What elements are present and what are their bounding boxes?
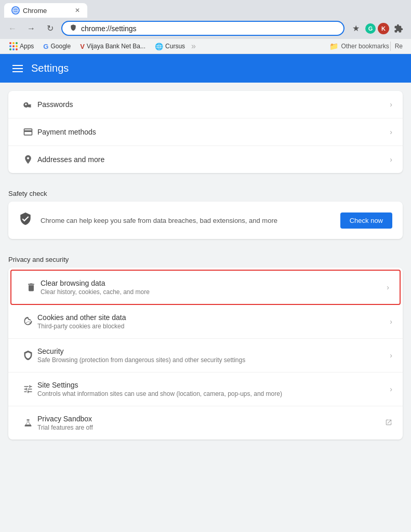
google-favicon: G [43, 43, 48, 50]
passwords-item[interactable]: Passwords › [8, 91, 403, 118]
cookies-item[interactable]: Cookies and other site data Third-party … [8, 305, 403, 339]
security-chevron-icon: › [390, 351, 392, 360]
security-title: Security [37, 347, 390, 355]
tab-bar: Chrome ✕ [0, 0, 411, 18]
hamburger-line-2 [12, 68, 23, 69]
cookies-title: Cookies and other site data [37, 313, 390, 322]
flask-icon [19, 418, 37, 428]
clear-browsing-data-text: Clear browsing data Clear history, cooki… [41, 279, 387, 296]
passwords-chevron-icon: › [390, 100, 392, 109]
other-bookmarks[interactable]: 📁 Other bookmarks [329, 42, 389, 50]
privacy-sandbox-external-icon [385, 419, 392, 428]
clear-browsing-data-highlight: Clear browsing data Clear history, cooki… [10, 270, 401, 305]
security-subtitle: Safe Browsing (protection from dangerous… [37, 356, 390, 364]
folder-icon: 📁 [329, 42, 338, 50]
sliders-icon [19, 384, 37, 394]
payment-methods-title: Payment methods [37, 128, 390, 136]
card-icon [19, 127, 37, 137]
page-content: Settings Passwords › Payment metho [0, 54, 411, 440]
clear-browsing-data-chevron-icon: › [387, 283, 389, 291]
bookmark-google[interactable]: G Google [39, 42, 75, 51]
reading-list[interactable]: Re [392, 42, 406, 51]
autofill-section-card: Passwords › Payment methods › [8, 91, 403, 173]
vijaya-favicon: V [80, 43, 85, 50]
clear-browsing-data-subtitle: Clear history, cookies, cache, and more [41, 288, 387, 296]
bookmark-vijaya[interactable]: V Vijaya Bank Net Ba... [76, 42, 150, 51]
security-shield-icon [19, 350, 37, 361]
safety-shield-icon [19, 212, 32, 229]
privacy-sandbox-text: Privacy Sandbox Trial features are off [37, 415, 385, 431]
address-bar-row: ← → ↻ chrome://settings ★ G K [0, 18, 411, 39]
bookmark-star-button[interactable]: ★ [349, 21, 363, 36]
globe-favicon: 🌐 [155, 43, 163, 50]
safety-check-card: Chrome can help keep you safe from data … [8, 202, 403, 239]
reload-button[interactable]: ↻ [43, 21, 57, 36]
hamburger-line-3 [12, 71, 23, 72]
key-icon [19, 99, 37, 110]
address-bar[interactable]: chrome://settings [61, 21, 344, 36]
tab-close-button[interactable]: ✕ [75, 7, 80, 14]
hamburger-line-1 [12, 65, 23, 66]
bookmark-cursus-label: Cursus [165, 43, 185, 50]
user-avatar-button[interactable]: K [378, 23, 389, 34]
hamburger-menu-button[interactable] [12, 65, 23, 72]
privacy-sandbox-item[interactable]: Privacy Sandbox Trial features are off [8, 406, 403, 440]
addresses-title: Addresses and more [37, 155, 390, 164]
privacy-sandbox-subtitle: Trial features are off [37, 424, 385, 431]
bookmark-google-label: Google [50, 43, 71, 50]
address-bar-security-icon [70, 24, 77, 33]
settings-page-title: Settings [31, 62, 69, 74]
tab-title: Chrome [23, 7, 47, 15]
clear-browsing-data-title: Clear browsing data [41, 279, 387, 287]
other-bookmarks-label: Other bookmarks [341, 43, 389, 50]
security-item[interactable]: Security Safe Browsing (protection from … [8, 339, 403, 373]
addresses-item[interactable]: Addresses and more › [8, 146, 403, 173]
addresses-chevron-icon: › [390, 155, 392, 164]
site-settings-item[interactable]: Site Settings Controls what information … [8, 373, 403, 406]
site-settings-text: Site Settings Controls what information … [37, 381, 390, 397]
security-text: Security Safe Browsing (protection from … [37, 347, 390, 364]
toolbar-icons: ★ G K [349, 21, 406, 36]
active-tab[interactable]: Chrome ✕ [4, 3, 87, 18]
cookies-subtitle: Third-party cookies are blocked [37, 323, 390, 330]
cookie-icon [19, 316, 37, 327]
payment-methods-item[interactable]: Payment methods › [8, 118, 403, 146]
check-now-button[interactable]: Check now [340, 212, 392, 229]
trash-icon [22, 282, 41, 292]
privacy-security-card: Clear browsing data Clear history, cooki… [8, 268, 403, 440]
payment-methods-text: Payment methods [37, 128, 390, 136]
location-pin-icon [19, 154, 37, 165]
payment-methods-chevron-icon: › [390, 128, 392, 136]
bookmarks-bar: Apps G Google V Vijaya Bank Net Ba... 🌐 … [0, 39, 411, 54]
safety-check-heading: Safety check [0, 181, 411, 202]
settings-header: Settings [0, 54, 411, 83]
bookmark-vijaya-label: Vijaya Bank Net Ba... [87, 43, 145, 50]
bookmark-apps-label: Apps [20, 43, 34, 50]
tab-favicon [11, 6, 20, 15]
browser-chrome: Chrome ✕ ← → ↻ chrome://settings ★ G K [0, 0, 411, 54]
site-settings-title: Site Settings [37, 381, 390, 389]
cookies-text: Cookies and other site data Third-party … [37, 313, 390, 330]
back-button[interactable]: ← [5, 21, 20, 36]
address-bar-url: chrome://settings [81, 24, 336, 33]
forward-button[interactable]: → [24, 21, 38, 36]
clear-browsing-data-item[interactable]: Clear browsing data Clear history, cooki… [11, 271, 400, 304]
safety-check-description: Chrome can help keep you safe from data … [41, 217, 332, 224]
cookies-chevron-icon: › [390, 317, 392, 326]
privacy-security-heading: Privacy and security [0, 247, 411, 268]
addresses-text: Addresses and more [37, 155, 390, 164]
bookmark-apps[interactable]: Apps [5, 41, 38, 51]
apps-grid-icon [9, 42, 18, 50]
bookmarks-separator [390, 42, 391, 51]
grammarly-icon[interactable]: G [365, 23, 376, 34]
passwords-text: Passwords [37, 100, 390, 109]
extensions-button[interactable] [391, 21, 406, 36]
bookmarks-more[interactable]: » [191, 42, 196, 51]
privacy-sandbox-title: Privacy Sandbox [37, 415, 385, 423]
site-settings-subtitle: Controls what information sites can use … [37, 390, 390, 397]
passwords-title: Passwords [37, 100, 390, 109]
bookmark-cursus[interactable]: 🌐 Cursus [151, 42, 189, 51]
site-settings-chevron-icon: › [390, 385, 392, 393]
